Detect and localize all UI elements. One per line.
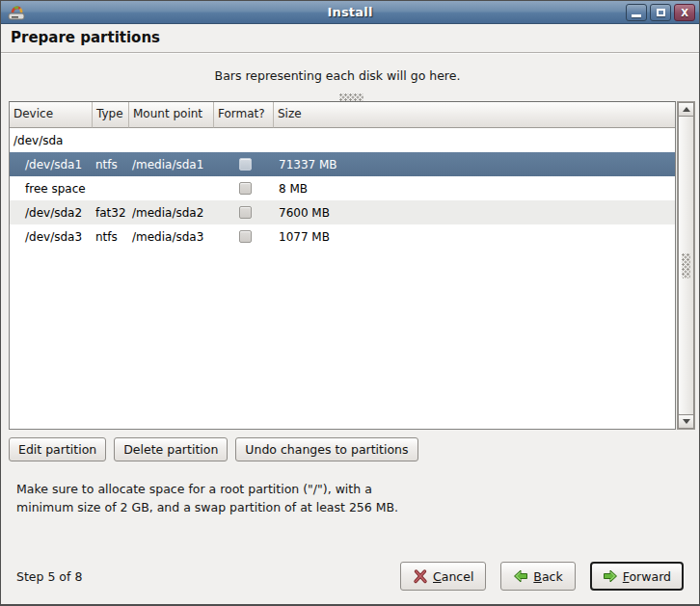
- disk-bars-placeholder: Bars representing each disk will go here…: [1, 68, 674, 83]
- step-indicator: Step 5 of 8: [16, 569, 82, 584]
- column-header-device[interactable]: Device: [10, 102, 93, 128]
- device-cell: /dev/sda1: [10, 158, 93, 171]
- partition-table: Device Type Mount point Format? Size /de…: [9, 101, 695, 430]
- minimize-button[interactable]: [626, 4, 647, 21]
- header-separator: [1, 52, 699, 54]
- pane-resize-grip[interactable]: [339, 93, 363, 101]
- window-title: Install: [1, 5, 699, 19]
- partition-actions: Edit partition Delete partition Undo cha…: [9, 437, 418, 461]
- device-cell: /dev/sda: [10, 134, 93, 147]
- back-button[interactable]: Back: [500, 562, 575, 591]
- delete-partition-button[interactable]: Delete partition: [114, 437, 228, 461]
- back-arrow-icon: [513, 568, 528, 584]
- mount-point-cell: /media/sda2: [129, 206, 214, 220]
- table-row-free-space[interactable]: free space 8 MB: [10, 176, 675, 200]
- cancel-label: Cancel: [433, 569, 473, 584]
- arrow-down-icon: [683, 419, 690, 424]
- cancel-x-icon: [413, 568, 428, 584]
- format-checkbox[interactable]: [239, 182, 252, 195]
- scrollbar-grip-icon: [682, 253, 690, 278]
- mount-point-cell: /media/sda3: [129, 230, 214, 244]
- back-label: Back: [533, 569, 562, 584]
- forward-button[interactable]: Forward: [590, 562, 684, 591]
- table-row-sda2[interactable]: /dev/sda2 fat32 /media/sda2 7600 MB: [10, 200, 675, 224]
- maximize-icon: [657, 9, 665, 16]
- note-line-2: minimum size of 2 GB, and a swap partiti…: [16, 499, 398, 517]
- mount-point-cell: /media/sda1: [129, 158, 214, 171]
- note-line-1: Make sure to allocate space for a root p…: [16, 481, 398, 499]
- table-header-row: Device Type Mount point Format? Size: [10, 102, 675, 128]
- table-empty-area: [10, 249, 675, 429]
- device-cell: free space: [10, 182, 93, 196]
- format-checkbox[interactable]: [239, 230, 252, 243]
- forward-arrow-icon: [603, 568, 618, 584]
- size-cell: 71337 MB: [274, 158, 675, 171]
- maximize-button[interactable]: [650, 4, 671, 21]
- format-checkbox[interactable]: [239, 158, 252, 171]
- device-cell: /dev/sda3: [10, 230, 93, 244]
- format-checkbox[interactable]: [239, 206, 252, 219]
- type-cell: ntfs: [93, 158, 129, 171]
- column-header-type[interactable]: Type: [93, 102, 129, 128]
- scroll-down-button[interactable]: [678, 414, 694, 429]
- column-header-format[interactable]: Format?: [214, 102, 274, 128]
- installer-disk-icon: [6, 4, 27, 21]
- arrow-up-icon: [683, 107, 690, 112]
- close-icon: X: [681, 8, 688, 18]
- close-button[interactable]: X: [674, 4, 695, 21]
- titlebar[interactable]: Install X: [1, 1, 699, 24]
- undo-changes-button[interactable]: Undo changes to partitions: [235, 437, 417, 461]
- column-header-size[interactable]: Size: [274, 102, 675, 128]
- edit-partition-button[interactable]: Edit partition: [9, 437, 106, 461]
- size-cell: 8 MB: [274, 182, 675, 196]
- partition-treeview[interactable]: Device Type Mount point Format? Size /de…: [9, 101, 676, 430]
- install-window: Install X Prepare partitions Bars repres…: [0, 0, 700, 606]
- minimize-icon: [632, 14, 641, 17]
- table-row-disk-sda[interactable]: /dev/sda: [10, 128, 675, 152]
- type-cell: ntfs: [93, 230, 129, 244]
- vertical-scrollbar[interactable]: [677, 101, 695, 430]
- scroll-up-button[interactable]: [678, 102, 694, 117]
- column-header-mount-point[interactable]: Mount point: [129, 102, 214, 128]
- root-partition-note: Make sure to allocate space for a root p…: [16, 481, 398, 517]
- size-cell: 7600 MB: [274, 206, 675, 220]
- device-cell: /dev/sda2: [10, 206, 93, 220]
- scrollbar-thumb[interactable]: [678, 117, 694, 414]
- table-row-sda1[interactable]: /dev/sda1 ntfs /media/sda1 71337 MB: [10, 152, 675, 176]
- cancel-button[interactable]: Cancel: [400, 562, 486, 591]
- type-cell: fat32: [93, 206, 129, 220]
- table-row-sda3[interactable]: /dev/sda3 ntfs /media/sda3 1077 MB: [10, 224, 675, 249]
- size-cell: 1077 MB: [274, 230, 675, 244]
- forward-label: Forward: [623, 569, 671, 584]
- page-title: Prepare partitions: [11, 29, 160, 46]
- wizard-navigation: Cancel Back Forward: [400, 562, 684, 591]
